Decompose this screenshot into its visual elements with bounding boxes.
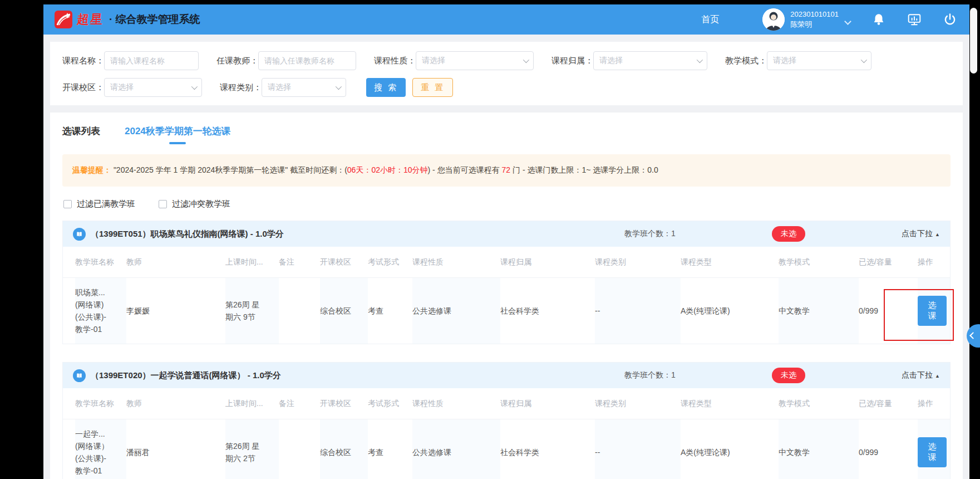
checkbox-icon[interactable] [159, 200, 167, 208]
cell-mode: 中文教学 [779, 278, 859, 344]
cell-type: A类(纯理论课) [681, 305, 779, 317]
tabs-bar: 选课列表 2024秋季学期第一轮选课 [62, 121, 951, 145]
course-selection-panel: 选课列表 2024秋季学期第一轮选课 温馨提醒： "2024-2025 学年 1… [50, 113, 963, 479]
column-header-12: 已选/容量 [859, 399, 918, 409]
column-header-11: 教学模式 [779, 257, 859, 267]
table-row: 一起学... (网络课） (公共课)- 教学-01 潘丽君 第26周 星 期六 … [63, 419, 950, 479]
triangle-up-icon: ▲ [935, 232, 940, 237]
select-course-button[interactable]: 选课 [918, 437, 947, 467]
cell-category: -- [595, 278, 681, 344]
search-button[interactable]: 搜 索 [366, 78, 406, 97]
column-header-3: 上课时间... [225, 399, 279, 409]
triangle-up-icon: ▲ [935, 373, 940, 379]
column-header-9: 课程类别 [595, 257, 681, 267]
notice-bar: 温馨提醒： "2024-2025 学年 1 学期 2024秋季学期第一轮选课" … [62, 154, 951, 187]
column-header-4: 备注 [279, 399, 320, 409]
course-card-2: （1399ET020）一起学说普通话(网络课） - 1.0学分 教学班个数：1 … [62, 362, 951, 479]
chevron-down-icon [191, 84, 198, 90]
campus-label: 开课校区： [62, 82, 104, 93]
column-header-8: 课程归属 [500, 399, 595, 409]
column-header-11: 教学模式 [779, 399, 859, 409]
course-nature-select[interactable]: 请选择 [416, 51, 534, 70]
cell-teacher: 潘丽君 [126, 446, 225, 458]
column-header-5: 开课校区 [320, 399, 368, 409]
filter-checkboxes: 过滤已满教学班 过滤冲突教学班 [63, 199, 951, 209]
nav-home-link[interactable]: 首页 [701, 14, 719, 26]
course-header[interactable]: （1399ET051）职场菜鸟礼仪指南(网络课) - 1.0学分 教学班个数：1… [63, 221, 950, 247]
column-header-1: 教学班名称 [75, 399, 126, 409]
checkbox-icon[interactable] [63, 200, 72, 208]
cell-class-name: 职场菜... (网络课) (公共课)- 教学-01 [75, 278, 126, 344]
column-header-3: 上课时间... [225, 257, 279, 267]
course-title: （1399ET020）一起学说普通话(网络课） - 1.0学分 [91, 370, 624, 381]
column-header-1: 教学班名称 [75, 257, 126, 267]
scrollbar-thumb[interactable] [970, 8, 977, 74]
select-course-button[interactable]: 选课 [918, 296, 947, 326]
top-header: 超星 · 综合教学管理系统 首页 202301010101 陈荣明 [43, 4, 969, 35]
power-icon[interactable] [943, 12, 957, 27]
cell-teacher: 李媛媛 [126, 305, 225, 317]
cell-capacity: 0/999 [859, 305, 918, 317]
checkbox-filter-full-classes[interactable]: 过滤已满教学班 [63, 199, 135, 209]
teach-mode-select[interactable]: 请选择 [767, 51, 871, 70]
cell-nature: 公共选修课 [412, 419, 500, 479]
notice-label: 温馨提醒： [72, 165, 111, 174]
course-category-select[interactable]: 请选择 [262, 78, 346, 97]
avatar[interactable] [762, 8, 785, 31]
column-header-9: 课程类别 [595, 399, 681, 409]
course-name-input[interactable] [104, 51, 199, 70]
column-header-13: 操作 [918, 399, 950, 409]
class-count: 教学班个数：1 [624, 370, 722, 380]
user-id: 202301010101 [790, 9, 839, 19]
cell-mode: 中文教学 [779, 419, 859, 479]
status-badge: 未选 [772, 368, 805, 383]
cell-capacity: 0/999 [859, 446, 918, 458]
brand: 超星 · 综合教学管理系统 [55, 11, 200, 28]
monitor-icon[interactable] [907, 12, 922, 27]
column-header-2: 教师 [126, 399, 225, 409]
book-icon [73, 369, 86, 382]
chevron-left-icon [969, 332, 977, 339]
column-header-7: 课程性质 [412, 257, 500, 267]
course-belong-select[interactable]: 请选择 [593, 51, 707, 70]
collapse-toggle[interactable]: 点击下拉▲ [855, 370, 940, 380]
app-title: · 综合教学管理系统 [109, 12, 200, 27]
column-header-8: 课程归属 [500, 257, 595, 267]
cell-type: A类(纯理论课) [681, 446, 779, 458]
column-header-13: 操作 [918, 257, 950, 267]
cell-belong: 社会科学类 [500, 305, 595, 317]
collapse-toggle[interactable]: 点击下拉▲ [855, 229, 940, 239]
column-header-10: 课程类型 [681, 399, 779, 409]
user-menu-chevron-down-icon[interactable] [844, 18, 851, 25]
bell-icon[interactable] [871, 12, 886, 27]
teacher-label: 任课教师： [216, 56, 258, 66]
topbar-actions: 首页 202301010101 陈荣明 [701, 8, 957, 31]
cell-exam: 考查 [368, 305, 412, 317]
app-window: 超星 · 综合教学管理系统 首页 202301010101 陈荣明 [43, 4, 969, 479]
column-header-6: 考试形式 [368, 399, 412, 409]
column-header-5: 开课校区 [320, 257, 368, 267]
course-header[interactable]: （1399ET020）一起学说普通话(网络课） - 1.0学分 教学班个数：1 … [63, 363, 950, 388]
table-header-row: 教学班名称教师上课时间...备注开课校区考试形式课程性质课程归属课程类别课程类型… [63, 388, 950, 419]
column-header-4: 备注 [279, 257, 320, 267]
column-header-6: 考试形式 [368, 257, 412, 267]
cell-time: 第26周 星 期六 2节 [225, 419, 279, 479]
book-icon [73, 228, 86, 241]
cell-time: 第26周 星 期六 9节 [225, 278, 279, 344]
cell-class-name: 一起学... (网络课） (公共课)- 教学-01 [75, 419, 126, 479]
tab-semester-round[interactable]: 2024秋季学期第一轮选课 [125, 125, 231, 138]
cell-category: -- [595, 419, 681, 479]
notice-course-count: 72 [502, 165, 511, 174]
chevron-down-icon [697, 57, 703, 63]
cell-exam: 考查 [368, 446, 412, 458]
column-header-2: 教师 [126, 257, 225, 267]
notice-countdown: 06天：02小时：10分钟 [347, 165, 428, 174]
course-category-label: 课程类别： [220, 82, 262, 93]
reset-button[interactable]: 重 置 [412, 78, 453, 97]
teach-mode-label: 教学模式： [725, 56, 767, 66]
user-info[interactable]: 202301010101 陈荣明 [790, 9, 839, 30]
campus-select[interactable]: 请选择 [104, 78, 202, 97]
cell-campus: 综合校区 [320, 419, 368, 479]
checkbox-filter-conflict-classes[interactable]: 过滤冲突教学班 [159, 199, 230, 209]
teacher-input[interactable] [258, 51, 356, 70]
